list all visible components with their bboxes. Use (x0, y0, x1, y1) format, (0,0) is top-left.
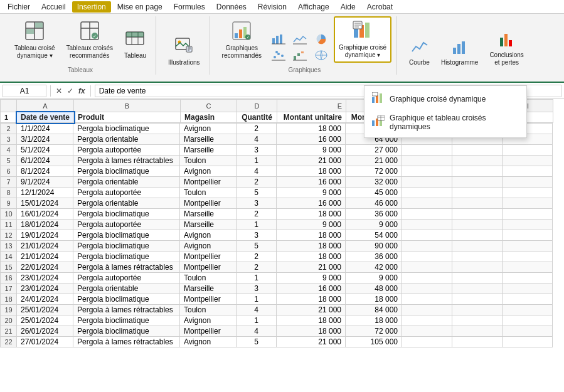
table-cell[interactable]: 26/01/2024 (17, 326, 73, 337)
table-cell[interactable]: Toulon (180, 305, 237, 315)
table-cell[interactable]: Pergola à lames rétractables (73, 305, 180, 315)
table-cell[interactable]: 5 (237, 337, 277, 347)
table-cell[interactable]: Toulon (180, 188, 237, 198)
table-cell[interactable]: 32 000 (346, 177, 402, 188)
table-cell[interactable] (503, 188, 553, 198)
table-cell[interactable]: 5/1/2024 (17, 145, 73, 156)
table-cell[interactable]: Marseille (180, 283, 237, 294)
table-cell[interactable] (402, 326, 452, 337)
table-cell[interactable] (452, 230, 503, 241)
table-cell[interactable]: 15/01/2024 (17, 198, 73, 209)
table-cell[interactable]: 4 (237, 305, 277, 315)
table-cell[interactable]: 9 000 (346, 220, 402, 230)
table-cell[interactable]: 3 (237, 198, 277, 209)
table-cell[interactable]: 8/1/2024 (17, 166, 73, 177)
table-cell[interactable]: 16 000 (277, 283, 346, 294)
cell-e1[interactable]: Montant unitaire (277, 112, 346, 123)
table-cell[interactable] (402, 241, 452, 252)
table-cell[interactable]: 19/01/2024 (17, 230, 73, 241)
table-cell[interactable]: 9 000 (277, 145, 346, 156)
table-cell[interactable]: 105 000 (346, 337, 402, 347)
table-cell[interactable] (402, 230, 452, 241)
table-cell[interactable] (503, 166, 553, 177)
table-cell[interactable]: Toulon (180, 156, 237, 166)
table-cell[interactable] (503, 283, 553, 294)
menu-accueil[interactable]: Accueil (36, 1, 71, 13)
table-cell[interactable]: 18 (1, 294, 17, 305)
col-header-a[interactable]: A (17, 100, 74, 112)
table-cell[interactable]: 25/01/2024 (17, 305, 73, 315)
table-cell[interactable]: 18 000 (277, 230, 346, 241)
table-cell[interactable]: 21 000 (277, 337, 346, 347)
table-cell[interactable] (503, 305, 553, 315)
table-cell[interactable]: 9 000 (277, 188, 346, 198)
table-cell[interactable]: 1/1/2024 (17, 124, 73, 134)
table-cell[interactable]: 6 (1, 166, 17, 177)
table-cell[interactable]: 36 000 (346, 252, 402, 262)
courbe-button[interactable]: Courbe (405, 34, 434, 70)
table-cell[interactable]: 21 000 (277, 262, 346, 273)
table-cell[interactable] (452, 305, 503, 315)
table-cell[interactable] (402, 294, 452, 305)
cartes-button[interactable] (311, 48, 331, 63)
table-cell[interactable]: 1 (237, 273, 277, 283)
table-cell[interactable]: 25/01/2024 (17, 315, 73, 326)
table-cell[interactable]: Pergola bioclimatique (73, 315, 180, 326)
table-cell[interactable] (452, 262, 503, 273)
table-cell[interactable] (503, 241, 553, 252)
table-cell[interactable]: Pergola bioclimatique (73, 294, 180, 305)
table-cell[interactable]: Marseille (180, 145, 237, 156)
table-cell[interactable]: Pergola autoportée (73, 188, 180, 198)
table-cell[interactable]: Avignon (180, 230, 237, 241)
table-cell[interactable]: 23/01/2024 (17, 273, 73, 283)
table-cell[interactable] (402, 305, 452, 315)
tableau-croise-dynamique-button[interactable]: Tableau croisédynamique ▾ (10, 18, 59, 63)
table-cell[interactable]: Avignon (180, 166, 237, 177)
table-cell[interactable] (402, 166, 452, 177)
table-cell[interactable]: 48 000 (346, 283, 402, 294)
table-cell[interactable]: Pergola bioclimatique (73, 326, 180, 337)
table-cell[interactable] (452, 220, 503, 230)
table-cell[interactable]: 22/01/2024 (17, 262, 73, 273)
table-cell[interactable]: Montpellier (180, 326, 237, 337)
table-cell[interactable]: 45 000 (346, 188, 402, 198)
menu-revision[interactable]: Révision (253, 1, 292, 13)
table-cell[interactable]: 21/01/2024 (17, 252, 73, 262)
table-cell[interactable]: 4 (1, 145, 17, 156)
table-cell[interactable] (402, 220, 452, 230)
table-cell[interactable]: Pergola à lames rétractables (73, 262, 180, 273)
menu-affichage[interactable]: Affichage (293, 1, 334, 13)
table-cell[interactable]: 15 (1, 262, 17, 273)
table-cell[interactable]: 23/01/2024 (17, 283, 73, 294)
table-cell[interactable] (402, 188, 452, 198)
table-cell[interactable]: 7 (1, 177, 17, 188)
table-cell[interactable]: Pergola bioclimatique (73, 166, 180, 177)
table-cell[interactable] (503, 198, 553, 209)
table-cell[interactable]: 18 000 (346, 294, 402, 305)
table-cell[interactable]: 3 (1, 134, 17, 145)
table-cell[interactable]: 21 (1, 326, 17, 337)
cell-b1[interactable]: Produit (74, 112, 181, 123)
scatter-chart-button[interactable] (269, 48, 289, 63)
table-cell[interactable] (402, 273, 452, 283)
line-chart-button[interactable] (290, 31, 310, 46)
table-cell[interactable] (452, 156, 503, 166)
menu-mise-en-page[interactable]: Mise en page (112, 1, 168, 13)
conclusions-pertes-button[interactable]: Conclusionset pertes (485, 27, 528, 70)
menu-formules[interactable]: Formules (169, 1, 210, 13)
table-cell[interactable]: 17 (1, 283, 17, 294)
table-cell[interactable] (452, 283, 503, 294)
table-cell[interactable]: 90 000 (346, 241, 402, 252)
table-cell[interactable]: 18 000 (346, 315, 402, 326)
table-cell[interactable]: 10 (1, 209, 17, 220)
table-cell[interactable]: Pergola bioclimatique (73, 124, 180, 134)
dropdown-graphique-tableau[interactable]: Graphique et tableau croisés dynamiques (364, 110, 526, 135)
table-cell[interactable]: 16/01/2024 (17, 209, 73, 220)
table-cell[interactable] (503, 337, 553, 347)
table-cell[interactable]: 18 000 (277, 315, 346, 326)
table-cell[interactable]: 18 000 (277, 326, 346, 337)
table-cell[interactable]: 2 (237, 209, 277, 220)
table-cell[interactable] (452, 273, 503, 283)
table-cell[interactable]: 16 000 (277, 198, 346, 209)
table-cell[interactable]: Pergola bioclimatique (73, 230, 180, 241)
